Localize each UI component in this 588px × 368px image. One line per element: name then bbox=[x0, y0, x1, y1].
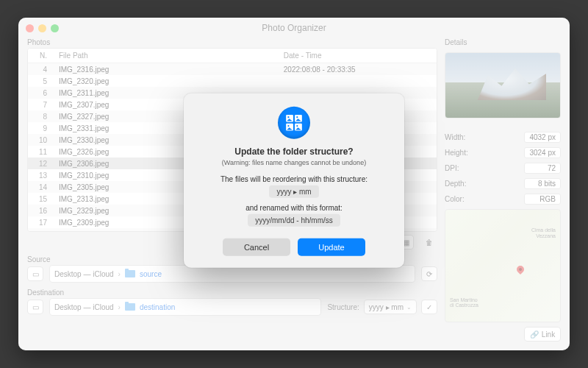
dialog-title: Update the folder structure? bbox=[198, 146, 390, 157]
photos-grid-icon bbox=[284, 113, 304, 132]
update-button[interactable]: Update bbox=[298, 238, 365, 256]
cancel-button[interactable]: Cancel bbox=[223, 238, 290, 256]
structure-chip: yyyy ▸ mm bbox=[269, 185, 318, 198]
rename-format-chip: yyyy/mm/dd - hh/mm/ss bbox=[248, 214, 340, 227]
dialog-line1: The files will be reordering with this s… bbox=[198, 175, 390, 183]
svg-point-5 bbox=[296, 116, 298, 118]
app-icon bbox=[278, 107, 310, 139]
svg-point-4 bbox=[287, 116, 289, 118]
svg-point-6 bbox=[287, 125, 289, 127]
dialog-line2: and renamed with this format: bbox=[198, 204, 390, 212]
svg-point-7 bbox=[296, 125, 298, 127]
confirm-update-dialog: Update the folder structure? (Warning: f… bbox=[184, 93, 404, 268]
dialog-warning: (Warning: files name changes cannot be u… bbox=[198, 159, 390, 166]
